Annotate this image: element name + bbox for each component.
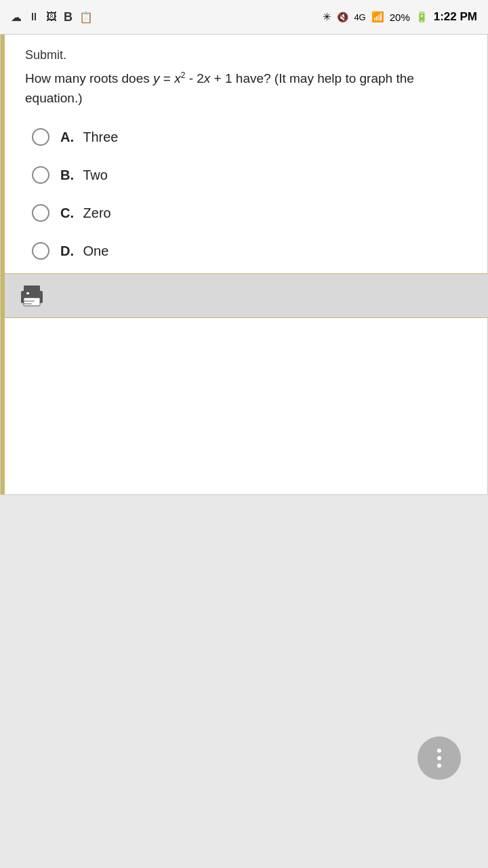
options-list: A. Three B. Two C. Zero <box>25 128 467 260</box>
print-icon <box>18 283 45 309</box>
signal-icon: 4G <box>354 12 365 22</box>
battery-text: 20% <box>390 12 410 23</box>
fab-more-options[interactable] <box>418 736 461 780</box>
question-card: Submit. How many roots does y = x2 - 2x … <box>0 34 488 495</box>
svg-rect-3 <box>26 292 29 294</box>
left-accent-bar <box>1 35 5 494</box>
bold-icon: B <box>64 10 73 24</box>
radio-c[interactable] <box>32 204 49 222</box>
footer-toolbar <box>1 273 488 318</box>
gray-background <box>0 495 488 868</box>
status-bar: ☁ ⏸ 🖼 B 📋 ✳ 🔇 4G 📶 20% 🔋 1:22 PM <box>0 0 488 34</box>
question-text: How many roots does y = x2 - 2x + 1 have… <box>25 69 467 108</box>
radio-d[interactable] <box>32 242 49 260</box>
radio-a[interactable] <box>32 128 49 146</box>
cloud-icon: ☁ <box>11 11 22 24</box>
print-button[interactable] <box>15 281 49 311</box>
option-d[interactable]: D. One <box>32 242 467 260</box>
bluetooth-icon: ✳ <box>323 11 331 23</box>
option-b-label: B. Two <box>60 167 108 183</box>
status-left-icons: ☁ ⏸ 🖼 B 📋 <box>11 10 93 24</box>
status-right-icons: ✳ 🔇 4G 📶 20% 🔋 1:22 PM <box>323 10 477 24</box>
voicemail-icon: ⏸ <box>28 11 39 23</box>
svg-rect-5 <box>24 303 32 304</box>
bars-icon: 📶 <box>371 11 384 23</box>
svg-rect-1 <box>24 285 40 292</box>
option-c-label: C. Zero <box>60 205 111 221</box>
radio-b[interactable] <box>32 166 49 184</box>
option-b[interactable]: B. Two <box>32 166 467 184</box>
fab-dots-icon <box>437 749 441 768</box>
battery-icon: 🔋 <box>415 11 428 23</box>
mute-icon: 🔇 <box>337 12 348 22</box>
option-d-label: D. One <box>60 243 108 259</box>
option-a[interactable]: A. Three <box>32 128 467 146</box>
image-icon: 🖼 <box>46 11 57 23</box>
time-display: 1:22 PM <box>434 10 477 24</box>
submit-label: Submit. <box>25 48 467 62</box>
option-a-label: A. Three <box>60 130 118 145</box>
option-c[interactable]: C. Zero <box>32 204 467 222</box>
svg-rect-4 <box>24 300 35 302</box>
clipboard-icon: 📋 <box>79 11 93 24</box>
